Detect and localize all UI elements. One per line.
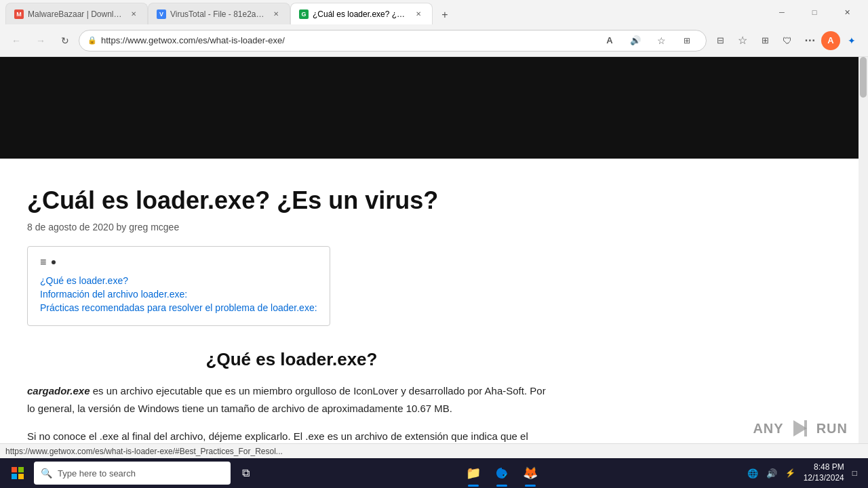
bold-term: cargador.exe xyxy=(27,385,90,396)
windows-logo-icon xyxy=(12,467,24,479)
network-icon[interactable]: 🌐 xyxy=(745,467,761,480)
page-content[interactable]: ¿Cuál es loader.exe? ¿Es un virus? 8 de … xyxy=(0,57,859,443)
paragraph1-rest: es un archivo ejecutable que es un miemb… xyxy=(27,385,546,414)
copilot-button[interactable]: ✦ xyxy=(841,30,863,52)
lock-icon: 🔒 xyxy=(87,36,97,45)
address-bar[interactable]: 🔒 https://www.getwox.com/es/what-is-load… xyxy=(79,30,707,52)
edge-icon xyxy=(495,466,509,480)
battery-icon[interactable]: ⚡ xyxy=(783,467,798,479)
anyrun-watermark: ANY RUN xyxy=(753,416,848,441)
settings-button[interactable]: ⋯ xyxy=(799,30,821,52)
close-button[interactable]: ✕ xyxy=(831,1,863,23)
table-of-contents: ≡ ¿Qué es loader.exe? Información del ar… xyxy=(27,246,330,326)
toc-link-2[interactable]: Información del archivo loader.exe: xyxy=(40,289,317,300)
article-title: ¿Cuál es loader.exe? ¿Es un virus? xyxy=(27,186,556,215)
content-area: ¿Cuál es loader.exe? ¿Es un virus? 8 de … xyxy=(0,57,868,443)
window-controls: ─ □ ✕ xyxy=(766,1,863,23)
profile-button[interactable]: A xyxy=(821,31,840,50)
tab3-close[interactable]: ✕ xyxy=(413,9,424,20)
tab2-favicon: V xyxy=(157,9,166,19)
taskbar: 🔍 Type here to search ⧉ 📁 🦊 🌐 🔊 ⚡ 8:48 P… xyxy=(0,458,868,488)
collections-button[interactable]: ⊞ xyxy=(676,30,698,52)
anyrun-logo-icon xyxy=(788,416,812,441)
system-clock[interactable]: 8:48 PM 12/13/2024 xyxy=(801,462,847,483)
clock-time: 8:48 PM xyxy=(804,462,844,473)
toc-link-1[interactable]: ¿Qué es loader.exe? xyxy=(40,275,317,286)
tab3-title: ¿Cuál es loader.exe? ¿Es un virus? xyxy=(313,9,409,19)
split-button[interactable]: ⊟ xyxy=(709,30,731,52)
task-view-button[interactable]: ⧉ xyxy=(232,458,259,488)
translate-button[interactable]: A xyxy=(599,30,620,52)
start-button[interactable] xyxy=(3,458,33,488)
taskbar-right: 🌐 🔊 ⚡ 8:48 PM 12/13/2024 □ xyxy=(745,462,865,483)
status-bar: https://www.getwox.com/es/what-is-loader… xyxy=(0,443,868,458)
toc-dot xyxy=(52,260,56,264)
svg-rect-5 xyxy=(18,474,24,479)
tab1-title: MalwareBazaar | Download malw... xyxy=(28,9,124,19)
toolbar-right: ⊟ ☆ ⊞ 🛡 ⋯ A ✦ xyxy=(709,30,863,52)
tab-getwox[interactable]: G ¿Cuál es loader.exe? ¿Es un virus? ✕ xyxy=(290,3,433,24)
section1-heading: ¿Qué es loader.exe? xyxy=(27,349,556,370)
clock-date: 12/13/2024 xyxy=(804,473,844,484)
back-button[interactable]: ← xyxy=(5,30,27,52)
title-bar: M MalwareBazaar | Download malw... ✕ V V… xyxy=(0,0,868,24)
search-bar[interactable]: 🔍 Type here to search xyxy=(34,462,231,485)
collections-toolbar-button[interactable]: ⊞ xyxy=(754,30,776,52)
status-url: https://www.getwox.com/es/what-is-loader… xyxy=(5,447,863,456)
toc-link-3[interactable]: Prácticas recomendadas para resolver el … xyxy=(40,302,317,313)
new-tab-button[interactable]: + xyxy=(435,5,454,24)
search-placeholder: Type here to search xyxy=(58,468,224,479)
scrollbar-thumb[interactable] xyxy=(860,57,867,98)
svg-rect-2 xyxy=(12,467,17,472)
volume-icon[interactable]: 🔊 xyxy=(764,467,780,480)
toc-header: ≡ xyxy=(40,256,317,268)
browser-essentials-button[interactable]: 🛡 xyxy=(776,30,798,52)
address-text: https://www.getwox.com/es/what-is-loader… xyxy=(101,35,595,45)
tab2-title: VirusTotal - File - 81e2acbd26c2d... xyxy=(170,9,267,19)
favorites-button[interactable]: ☆ xyxy=(650,30,672,52)
scrollbar[interactable] xyxy=(859,57,868,443)
toc-icon: ≡ xyxy=(40,256,46,268)
article-paragraph1: cargador.exe es un archivo ejecutable qu… xyxy=(27,382,556,417)
tab1-favicon: M xyxy=(14,9,24,19)
anyrun-text: ANY xyxy=(753,421,783,436)
tab2-close[interactable]: ✕ xyxy=(271,9,281,20)
anyrun-run-text: RUN xyxy=(816,421,848,436)
maximize-button[interactable]: □ xyxy=(799,1,830,23)
taskbar-center: 📁 🦊 xyxy=(260,458,743,488)
notification-icon[interactable]: □ xyxy=(850,467,860,479)
tab-virustotal[interactable]: V VirusTotal - File - 81e2acbd26c2d... ✕ xyxy=(148,3,290,24)
tab-bar: M MalwareBazaar | Download malw... ✕ V V… xyxy=(5,0,758,24)
favorites-bar-button[interactable]: ☆ xyxy=(732,30,753,52)
address-bar-row: ← → ↻ 🔒 https://www.getwox.com/es/what-i… xyxy=(0,24,868,57)
minimize-button[interactable]: ─ xyxy=(766,1,797,23)
taskbar-firefox[interactable]: 🦊 xyxy=(517,458,544,488)
browser-window: M MalwareBazaar | Download malw... ✕ V V… xyxy=(0,0,868,488)
svg-rect-3 xyxy=(18,467,24,472)
forward-button[interactable]: → xyxy=(30,30,52,52)
search-icon: 🔍 xyxy=(41,468,52,479)
read-aloud-button[interactable]: 🔊 xyxy=(625,30,646,52)
taskbar-edge[interactable] xyxy=(488,458,515,488)
refresh-button[interactable]: ↻ xyxy=(54,30,76,52)
tab-malwarebazaar[interactable]: M MalwareBazaar | Download malw... ✕ xyxy=(5,3,148,24)
hero-banner xyxy=(0,57,859,159)
taskbar-file-explorer[interactable]: 📁 xyxy=(460,458,487,488)
article-paragraph2: Si no conoce el .exe al final del archiv… xyxy=(27,428,556,443)
tab1-close[interactable]: ✕ xyxy=(128,9,139,20)
tab3-favicon: G xyxy=(299,9,309,19)
article-meta: 8 de agosto de 2020 by greg mcgee xyxy=(27,222,556,232)
svg-rect-4 xyxy=(12,474,17,479)
article-body: ¿Cuál es loader.exe? ¿Es un virus? 8 de … xyxy=(0,159,583,443)
